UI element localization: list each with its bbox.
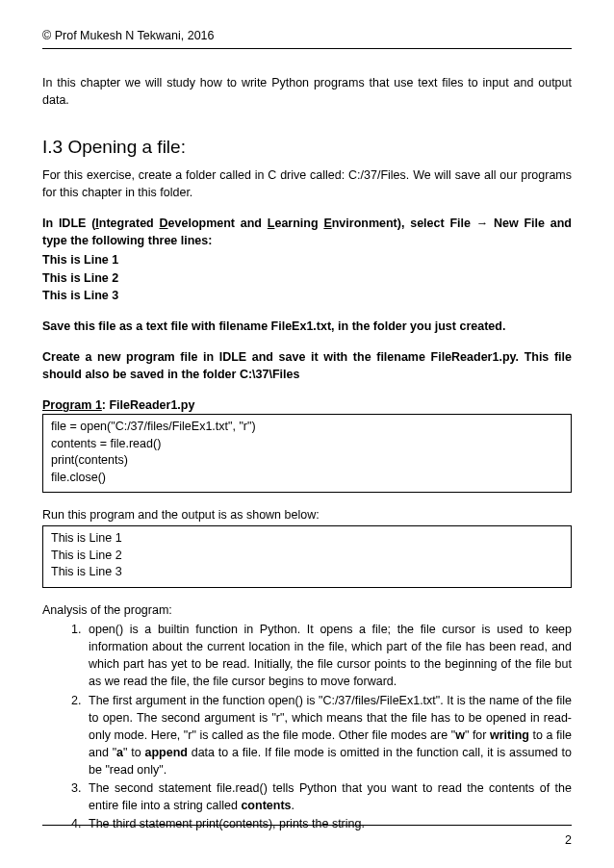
output-line-1: This is Line 1 — [51, 530, 563, 548]
code-line-4: file.close() — [51, 470, 563, 487]
intro-paragraph: In this chapter we will study how to wri… — [42, 74, 572, 109]
page-number: 2 — [42, 831, 572, 849]
run-output-line: Run this program and the output is as sh… — [42, 506, 572, 523]
header-rule — [42, 48, 572, 49]
code-box: file = open("C:/37/files/FileEx1.txt", "… — [42, 414, 572, 493]
page-header: © Prof Mukesh N Tekwani, 2016 — [42, 27, 572, 49]
a3-contents: contents — [241, 799, 291, 812]
footer-rule — [42, 825, 572, 826]
section-heading: I.3 Opening a file: — [42, 134, 572, 161]
analysis-list: open() is a builtin function in Python. … — [42, 621, 572, 833]
idle-instruction: In IDLE (Integrated Development and Lear… — [42, 215, 572, 249]
idle-rest-2: evelopment and — [168, 217, 268, 230]
analysis-item-2: The first argument in the function open(… — [85, 692, 572, 779]
code-line-3: print(contents) — [51, 452, 563, 470]
a2-writing: writing — [490, 728, 529, 742]
create-prog-instruction: Create a new program file in IDLE and sa… — [42, 348, 572, 383]
idle-letter-D: D — [160, 217, 168, 230]
sample-line-3: This is Line 3 — [42, 287, 572, 304]
sample-line-2: This is Line 2 — [42, 269, 572, 287]
idle-letter-E: E — [323, 217, 331, 230]
idle-prefix: In IDLE ( — [42, 217, 95, 230]
output-line-3: This is Line 3 — [51, 564, 563, 581]
a2-a: a — [116, 746, 123, 759]
idle-rest-3: earning — [274, 217, 323, 230]
program-title: Program 1: FileReader1.py — [42, 396, 572, 414]
idle-rest-1: ntegrated — [99, 217, 160, 230]
analysis-heading: Analysis of the program: — [42, 601, 572, 619]
copyright-line: © Prof Mukesh N Tekwani, 2016 — [42, 27, 572, 44]
output-box: This is Line 1 This is Line 2 This is Li… — [42, 525, 572, 588]
sample-line-1: This is Line 1 — [42, 251, 572, 268]
a2-w: w — [455, 728, 465, 742]
a3-post: . — [292, 799, 294, 812]
page-footer: 2 — [42, 821, 572, 849]
save-instruction: Save this file as a text file with filen… — [42, 318, 572, 335]
exercise-paragraph: For this exercise, create a folder calle… — [42, 166, 572, 201]
a2-mid3: " to — [123, 746, 144, 759]
a2-append: append — [144, 746, 187, 759]
analysis-item-3: The second statement file.read() tells P… — [85, 779, 572, 814]
output-line-2: This is Line 2 — [51, 548, 563, 565]
program-label-post: : FileReader1.py — [102, 398, 195, 412]
analysis-item-1: open() is a builtin function in Python. … — [85, 621, 572, 691]
a2-mid1: " for — [465, 728, 490, 742]
code-line-1: file = open("C:/37/files/FileEx1.txt", "… — [51, 419, 563, 436]
a3-pre: The second statement file.read() tells P… — [89, 781, 572, 812]
code-line-2: contents = file.read() — [51, 436, 563, 453]
program-label-underline: Program 1 — [42, 398, 102, 412]
